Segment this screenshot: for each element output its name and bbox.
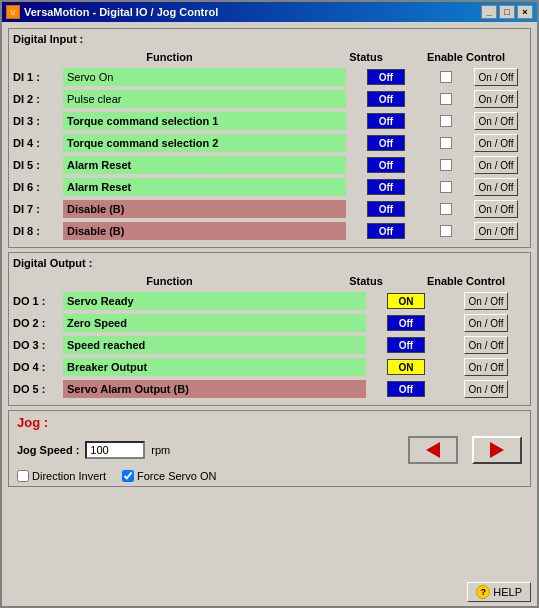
di-col-enable: Enable Control xyxy=(406,51,526,63)
di-enable-checkbox[interactable] xyxy=(440,93,452,105)
do-id-label: DO 2 : xyxy=(13,317,63,329)
arrow-right-icon xyxy=(490,442,504,458)
di-status-badge: Off xyxy=(367,113,405,129)
di-fn-cell: Disable (B) xyxy=(63,222,346,240)
di-status-badge: Off xyxy=(367,179,405,195)
di-onoff-button[interactable]: On / Off xyxy=(474,200,518,218)
di-onoff-button[interactable]: On / Off xyxy=(474,134,518,152)
di-enable-checkbox[interactable] xyxy=(440,115,452,127)
help-label: HELP xyxy=(493,586,522,598)
do-status-cell: ON xyxy=(366,293,446,309)
di-enable-checkbox[interactable] xyxy=(440,225,452,237)
di-enable-checkbox[interactable] xyxy=(440,181,452,193)
title-bar-left: V VersaMotion - Digital IO / Jog Control xyxy=(6,5,218,19)
di-fn-text: Alarm Reset xyxy=(67,159,131,171)
di-onoff-button[interactable]: On / Off xyxy=(474,112,518,130)
do-onoff-button[interactable]: On / Off xyxy=(464,358,508,376)
di-status-cell: Off xyxy=(346,113,426,129)
di-fn-cell: Pulse clear xyxy=(63,90,346,108)
do-onoff-button[interactable]: On / Off xyxy=(464,380,508,398)
do-fn-cell: Zero Speed xyxy=(63,314,366,332)
di-enable-checkbox[interactable] xyxy=(440,71,452,83)
do-status-badge: Off xyxy=(387,315,425,331)
di-fn-cell: Servo On xyxy=(63,68,346,86)
di-status-cell: Off xyxy=(346,201,426,217)
di-status-badge: Off xyxy=(367,201,405,217)
help-icon: ? xyxy=(476,585,490,599)
di-onoff-button[interactable]: On / Off xyxy=(474,156,518,174)
di-enable-cell xyxy=(426,71,466,83)
do-status-badge: Off xyxy=(387,337,425,353)
di-row: DI 2 : Pulse clear Off On / Off xyxy=(13,89,526,109)
di-enable-cell xyxy=(426,93,466,105)
di-onoff-cell: On / Off xyxy=(466,222,526,240)
help-button[interactable]: ? HELP xyxy=(467,582,531,602)
do-fn-text: Servo Ready xyxy=(67,295,134,307)
arrow-left-icon xyxy=(426,442,440,458)
direction-invert-item: Direction Invert xyxy=(17,470,106,482)
di-onoff-button[interactable]: On / Off xyxy=(474,222,518,240)
di-id-label: DI 1 : xyxy=(13,71,63,83)
bottom-bar: ? HELP xyxy=(2,578,537,606)
di-row: DI 5 : Alarm Reset Off On / Off xyxy=(13,155,526,175)
jog-left-button[interactable] xyxy=(408,436,458,464)
do-onoff-button[interactable]: On / Off xyxy=(464,292,508,310)
minimize-button[interactable]: _ xyxy=(481,5,497,19)
do-id-label: DO 4 : xyxy=(13,361,63,373)
di-enable-checkbox[interactable] xyxy=(440,137,452,149)
jog-speed-input[interactable] xyxy=(85,441,145,459)
do-row: DO 1 : Servo Ready ON On / Off xyxy=(13,291,526,311)
di-row: DI 1 : Servo On Off On / Off xyxy=(13,67,526,87)
do-onoff-button[interactable]: On / Off xyxy=(464,314,508,332)
di-row: DI 4 : Torque command selection 2 Off On… xyxy=(13,133,526,153)
do-status-cell: Off xyxy=(366,337,446,353)
di-status-cell: Off xyxy=(346,157,426,173)
do-table-header: Function Status Enable Control xyxy=(13,273,526,289)
do-id-label: DO 5 : xyxy=(13,383,63,395)
do-status-badge: Off xyxy=(387,381,425,397)
di-onoff-button[interactable]: On / Off xyxy=(474,68,518,86)
do-onoff-button[interactable]: On / Off xyxy=(464,336,508,354)
di-row: DI 8 : Disable (B) Off On / Off xyxy=(13,221,526,241)
do-status-badge: ON xyxy=(387,293,425,309)
digital-output-label: Digital Output : xyxy=(13,257,526,269)
di-row: DI 6 : Alarm Reset Off On / Off xyxy=(13,177,526,197)
do-col-status: Status xyxy=(326,275,406,287)
di-fn-cell: Torque command selection 1 xyxy=(63,112,346,130)
do-row: DO 4 : Breaker Output ON On / Off xyxy=(13,357,526,377)
di-onoff-cell: On / Off xyxy=(466,156,526,174)
di-onoff-cell: On / Off xyxy=(466,200,526,218)
do-onoff-cell: On / Off xyxy=(446,358,526,376)
di-id-label: DI 2 : xyxy=(13,93,63,105)
main-window: V VersaMotion - Digital IO / Jog Control… xyxy=(0,0,539,608)
di-onoff-button[interactable]: On / Off xyxy=(474,178,518,196)
close-button[interactable]: × xyxy=(517,5,533,19)
di-enable-cell xyxy=(426,225,466,237)
do-status-cell: ON xyxy=(366,359,446,375)
di-fn-text: Torque command selection 1 xyxy=(67,115,218,127)
force-servo-checkbox[interactable] xyxy=(122,470,134,482)
di-enable-cell xyxy=(426,203,466,215)
di-onoff-cell: On / Off xyxy=(466,134,526,152)
do-status-cell: Off xyxy=(366,315,446,331)
digital-input-label: Digital Input : xyxy=(13,33,526,45)
di-onoff-button[interactable]: On / Off xyxy=(474,90,518,108)
di-rows: DI 1 : Servo On Off On / Off DI 2 : Puls… xyxy=(13,67,526,241)
direction-invert-checkbox[interactable] xyxy=(17,470,29,482)
jog-right-button[interactable] xyxy=(472,436,522,464)
di-row: DI 3 : Torque command selection 1 Off On… xyxy=(13,111,526,131)
force-servo-item: Force Servo ON xyxy=(122,470,216,482)
di-enable-checkbox[interactable] xyxy=(440,159,452,171)
title-buttons: _ □ × xyxy=(481,5,533,19)
do-id-label: DO 3 : xyxy=(13,339,63,351)
do-row: DO 3 : Speed reached Off On / Off xyxy=(13,335,526,355)
di-fn-text: Disable (B) xyxy=(67,225,124,237)
do-row: DO 5 : Servo Alarm Output (B) Off On / O… xyxy=(13,379,526,399)
app-icon: V xyxy=(6,5,20,19)
di-row: DI 7 : Disable (B) Off On / Off xyxy=(13,199,526,219)
do-rows: DO 1 : Servo Ready ON On / Off DO 2 : Ze… xyxy=(13,291,526,399)
do-fn-cell: Servo Ready xyxy=(63,292,366,310)
di-fn-cell: Alarm Reset xyxy=(63,156,346,174)
di-enable-checkbox[interactable] xyxy=(440,203,452,215)
maximize-button[interactable]: □ xyxy=(499,5,515,19)
